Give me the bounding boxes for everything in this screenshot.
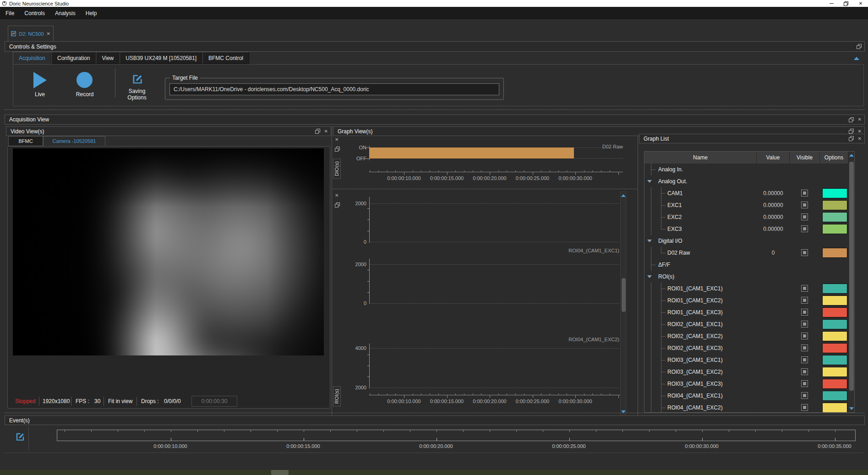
expander-down-icon[interactable]: [647, 275, 652, 278]
visible-checkbox[interactable]: [801, 344, 808, 351]
visible-checkbox[interactable]: [801, 309, 808, 316]
tab-acquisition[interactable]: Acquisition: [13, 52, 51, 64]
color-swatch[interactable]: [822, 403, 847, 412]
float-panel-icon[interactable]: [849, 129, 854, 134]
target-file-input[interactable]: [169, 83, 499, 95]
color-swatch[interactable]: [822, 367, 847, 377]
table-row[interactable]: EXC30.00000: [644, 223, 848, 235]
column-header-value[interactable]: Value: [757, 152, 790, 164]
color-swatch[interactable]: [822, 200, 847, 210]
table-row[interactable]: ROI03_(CAM1_EXC1): [644, 354, 848, 366]
menu-item-analysis[interactable]: Analysis: [54, 9, 77, 17]
table-row[interactable]: CAM10.00000: [644, 187, 848, 199]
minimize-button[interactable]: [824, 0, 839, 7]
float-graph-icon[interactable]: [335, 202, 340, 207]
float-panel-icon[interactable]: [315, 129, 320, 134]
roi-scrollbar[interactable]: [620, 191, 626, 416]
table-row[interactable]: ROI04_(CAM1_EXC1): [644, 390, 848, 402]
table-row[interactable]: ROI03_(CAM1_EXC2): [644, 366, 848, 378]
color-swatch[interactable]: [822, 224, 847, 234]
color-swatch[interactable]: [822, 355, 847, 365]
menu-item-controls[interactable]: Controls: [23, 9, 46, 17]
visible-checkbox[interactable]: [801, 368, 808, 375]
scroll-down-icon[interactable]: [849, 407, 854, 410]
scroll-up-icon[interactable]: [849, 154, 854, 157]
tab-close-icon[interactable]: ✕: [47, 32, 50, 36]
visible-checkbox[interactable]: [801, 356, 808, 363]
table-row[interactable]: ROI01_(CAM1_EXC1): [644, 283, 848, 295]
close-panel-icon[interactable]: ✕: [324, 129, 328, 134]
float-panel-icon[interactable]: [849, 136, 854, 141]
close-graph-icon[interactable]: ✕: [335, 193, 338, 198]
float-panel-icon[interactable]: [857, 44, 862, 49]
color-swatch[interactable]: [822, 212, 847, 222]
table-row[interactable]: Analog Out.: [644, 175, 848, 187]
color-swatch[interactable]: [822, 248, 847, 258]
visible-checkbox[interactable]: [801, 380, 808, 387]
expander-down-icon[interactable]: [647, 180, 652, 183]
visible-checkbox[interactable]: [801, 321, 808, 328]
tab-configuration[interactable]: Configuration: [51, 52, 96, 64]
menu-item-file[interactable]: File: [4, 9, 16, 17]
visible-checkbox[interactable]: [801, 285, 808, 292]
color-swatch[interactable]: [822, 391, 847, 401]
close-panel-icon[interactable]: ✕: [858, 129, 862, 134]
table-row[interactable]: EXC10.00000: [644, 199, 848, 211]
document-tab-nc500[interactable]: D2: NC500 ✕: [8, 26, 54, 41]
splitter-vertical[interactable]: [332, 126, 332, 416]
color-swatch[interactable]: [822, 379, 847, 389]
column-header-name[interactable]: Name: [644, 152, 757, 164]
table-row[interactable]: ROI02_(CAM1_EXC2): [644, 330, 848, 342]
visible-checkbox[interactable]: [801, 213, 808, 220]
table-row[interactable]: ROI01_(CAM1_EXC3): [644, 306, 848, 318]
tab-bfmc-control[interactable]: BFMC Control: [202, 52, 249, 64]
table-row[interactable]: ROI03_(CAM1_EXC3): [644, 378, 848, 390]
close-panel-icon[interactable]: ✕: [858, 136, 862, 141]
splitter-horizontal[interactable]: [5, 109, 865, 110]
table-row[interactable]: ROI02_(CAM1_EXC3): [644, 342, 848, 354]
color-swatch[interactable]: [822, 295, 847, 306]
visible-checkbox[interactable]: [801, 202, 808, 208]
close-panel-icon[interactable]: ✕: [858, 117, 862, 122]
visible-checkbox[interactable]: [801, 190, 808, 197]
visible-checkbox[interactable]: [801, 297, 808, 304]
visible-checkbox[interactable]: [801, 333, 808, 339]
tab-view[interactable]: View: [96, 52, 120, 64]
color-swatch[interactable]: [822, 331, 847, 341]
splitter-horizontal[interactable]: [5, 413, 865, 413]
graph-list-scrollbar[interactable]: [848, 152, 855, 412]
table-row[interactable]: ROI02_(CAM1_EXC1): [644, 318, 848, 330]
taskbar-item[interactable]: [271, 470, 289, 475]
color-swatch[interactable]: [822, 188, 847, 198]
scrollbar-thumb[interactable]: [849, 162, 854, 391]
float-graph-icon[interactable]: [335, 147, 340, 152]
video-tab-camera[interactable]: Camera -10520581: [43, 136, 105, 146]
scroll-up-icon[interactable]: [621, 194, 626, 197]
video-tab-bfmc[interactable]: BFMC: [8, 136, 43, 146]
maximize-button[interactable]: [839, 0, 853, 7]
column-header-visible[interactable]: Visible: [790, 152, 820, 164]
close-button[interactable]: ✕: [853, 0, 868, 7]
visible-checkbox[interactable]: [801, 225, 808, 232]
events-timeline[interactable]: [57, 430, 856, 441]
expander-down-icon[interactable]: [647, 240, 652, 242]
splitter-vertical[interactable]: [638, 136, 638, 416]
visible-checkbox[interactable]: [801, 404, 808, 411]
scrollbar-thumb[interactable]: [622, 278, 626, 312]
color-swatch[interactable]: [822, 343, 847, 353]
column-header-options[interactable]: Options: [820, 152, 848, 164]
close-graph-icon[interactable]: ✕: [335, 137, 338, 142]
collapse-panel-arrow-icon[interactable]: [854, 57, 859, 60]
table-row[interactable]: Analog In.: [644, 164, 848, 175]
visible-checkbox[interactable]: [801, 249, 808, 256]
color-swatch[interactable]: [822, 319, 847, 329]
table-row[interactable]: EXC20.00000: [644, 211, 848, 223]
video-fit-mode[interactable]: Fit in view: [108, 397, 132, 406]
table-row[interactable]: ΔF/F: [644, 259, 848, 271]
tab-usb39-ux249-m-10520581-[interactable]: USB39 UX249 M [10520581]: [120, 52, 202, 64]
table-row[interactable]: Digital I/O: [644, 235, 848, 247]
table-row[interactable]: ROI(s): [644, 271, 848, 283]
table-row[interactable]: ROI01_(CAM1_EXC2): [644, 295, 848, 306]
float-panel-icon[interactable]: [849, 117, 854, 122]
color-swatch[interactable]: [822, 307, 847, 317]
